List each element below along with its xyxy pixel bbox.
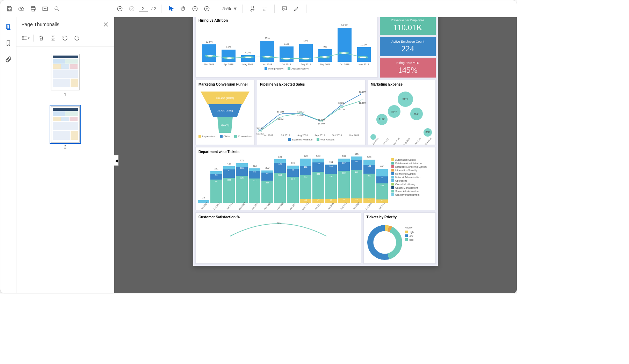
kpi-card: Hiring Rate YTD145% <box>380 58 436 78</box>
print-icon[interactable] <box>28 4 38 14</box>
svg-rect-12 <box>22 39 23 40</box>
kpi-card: Revenue per Employee110.01K <box>380 17 436 35</box>
svg-rect-11 <box>22 36 23 37</box>
pdf-viewer-window: / 2 75% ▾ Page Thumbnails ▾ <box>0 0 517 293</box>
thumbnails-toolbar: ▾ <box>16 32 114 47</box>
chart-title: Marketing Conversion Funnel <box>196 80 254 89</box>
page-down-icon[interactable] <box>127 4 137 14</box>
zoom-out-icon[interactable] <box>190 4 200 14</box>
svg-point-6 <box>117 6 122 11</box>
thumbnail-page-2[interactable]: 2 <box>51 106 80 150</box>
cloud-upload-icon[interactable] <box>16 4 26 14</box>
page-up-icon[interactable] <box>115 4 125 14</box>
thumbnails-panel-title: Page Thumbnails <box>21 22 59 27</box>
chart-pipeline: Pipeline vs Expected Sales $1.33M$1.91M$… <box>257 80 366 145</box>
page-2: Hiring vs Attrition 12.5% 4.3% 8.8% 2.7%… <box>193 17 438 266</box>
svg-rect-3 <box>32 9 35 11</box>
chart-funnel: Marketing Conversion Funnel 367.25K (100… <box>195 80 255 145</box>
nav-rail <box>0 17 16 293</box>
kpi-column: Revenue per Employee110.01K Active Emplo… <box>380 17 436 78</box>
svg-point-7 <box>129 6 134 11</box>
svg-point-23 <box>279 113 282 114</box>
zoom-in-icon[interactable] <box>202 4 212 14</box>
chart-satisfaction: Customer Satisfaction % 79% <box>195 212 361 264</box>
chart-title: Department wise Tickets <box>196 147 435 156</box>
collapse-panel-icon[interactable]: ◂ <box>114 155 118 166</box>
main-toolbar: / 2 75% ▾ <box>0 0 517 17</box>
comment-icon[interactable] <box>280 4 289 14</box>
svg-point-28 <box>258 131 261 132</box>
svg-point-26 <box>340 104 344 105</box>
insert-page-icon[interactable] <box>49 34 57 42</box>
page-total-label: / 2 <box>151 6 156 11</box>
close-panel-icon[interactable] <box>103 21 109 28</box>
svg-point-29 <box>279 116 282 117</box>
document-viewer[interactable]: ◂ Hiring vs Attrition 12.5% 4.3% 8.8% 2.… <box>114 17 517 293</box>
zoom-dropdown-icon[interactable]: ▾ <box>233 6 238 11</box>
chart-title: Tickets by Priority <box>364 213 435 221</box>
attachments-tab-icon[interactable] <box>5 56 12 63</box>
thumbnails-panel: Page Thumbnails ▾ 1 <box>16 17 114 293</box>
svg-rect-0 <box>8 9 10 10</box>
thumbnails-list: 1 2 <box>16 47 114 293</box>
svg-point-27 <box>361 93 364 94</box>
chart-title: Pipeline vs Expected Sales <box>257 80 365 89</box>
svg-point-31 <box>320 121 323 122</box>
chart-dept-tickets: Department wise Tickets 3238127970437303… <box>195 147 436 210</box>
chart-tickets-priority: Tickets by Priority Priority HighLowMed <box>363 212 436 264</box>
chart-title: Marketing Expense <box>368 80 435 89</box>
thumbnail-number: 2 <box>64 145 66 150</box>
kpi-card: Active Employee Count224 <box>380 37 436 56</box>
fit-width-icon[interactable] <box>248 4 258 14</box>
highlight-icon[interactable] <box>291 4 301 14</box>
pointer-tool-icon[interactable] <box>166 4 176 14</box>
chart-marketing-expense: Marketing Expense $12K$14K$17K$14K$8K Ju… <box>368 80 436 145</box>
chart-title: Hiring vs Attrition <box>196 17 377 25</box>
thumbnails-tab-icon[interactable] <box>5 23 12 31</box>
rotate-cw-icon[interactable] <box>73 34 81 42</box>
thumbnail-page-1[interactable]: 1 <box>51 54 80 97</box>
chart-hiring-attrition: Hiring vs Attrition 12.5% 4.3% 8.8% 2.7%… <box>195 17 378 78</box>
thumbnail-number: 1 <box>64 92 66 97</box>
svg-rect-4 <box>43 7 48 10</box>
chart-title: Customer Satisfaction % <box>196 213 361 221</box>
save-icon[interactable] <box>5 4 14 14</box>
zoom-level-label: 75% <box>217 6 231 11</box>
delete-page-icon[interactable] <box>37 34 45 42</box>
svg-point-5 <box>55 7 58 10</box>
thumbnails-options-icon[interactable]: ▾ <box>21 34 30 42</box>
svg-point-32 <box>340 106 344 108</box>
page-number-input[interactable] <box>139 6 148 12</box>
content-area: Page Thumbnails ▾ 1 <box>0 17 517 293</box>
svg-point-22 <box>258 129 261 131</box>
rotate-ccw-icon[interactable] <box>61 34 69 42</box>
fit-page-icon[interactable] <box>260 4 269 14</box>
hand-tool-icon[interactable] <box>178 4 188 14</box>
svg-point-33 <box>361 100 364 101</box>
bookmarks-tab-icon[interactable] <box>5 39 12 47</box>
email-icon[interactable] <box>40 4 50 14</box>
search-icon[interactable] <box>52 4 62 14</box>
svg-rect-10 <box>6 25 9 29</box>
